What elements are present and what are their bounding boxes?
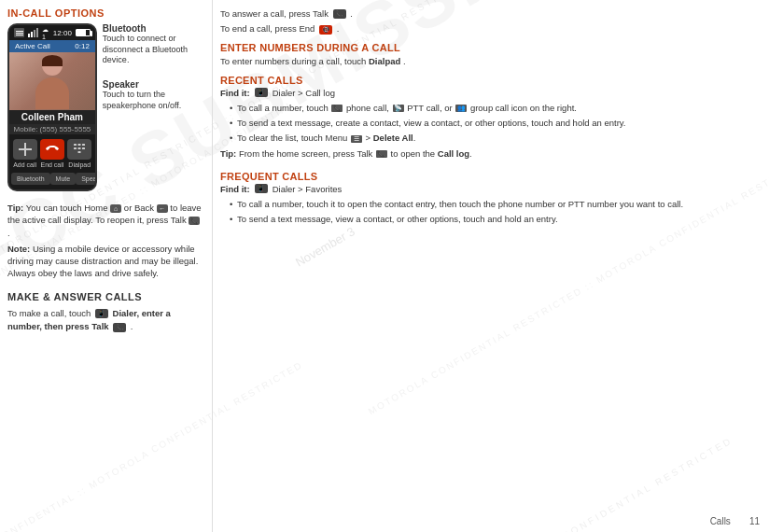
bluetooth-button[interactable]: Bluetooth [11, 173, 50, 185]
contact-name: Colleen Pham [9, 110, 95, 124]
phone-status-left: ☁ 1 [14, 26, 53, 40]
contact-head [42, 55, 63, 76]
recent-tip-label: Tip: [220, 148, 236, 159]
frequent-dialer-icon: 📱 [255, 184, 268, 193]
enter-numbers-title: ENTER NUMBERS DURING A CALL [220, 42, 760, 53]
tip-period: . [7, 228, 10, 238]
bluetooth-label-title: Bluetooth [103, 23, 204, 34]
tip-text: Tip: You can touch Home ⌂ or Back ← to l… [7, 202, 204, 239]
speaker-label-title: Speaker [103, 79, 204, 90]
svg-rect-5 [74, 147, 77, 149]
contact-hair [42, 55, 63, 66]
end-call-icon [40, 139, 64, 160]
phone-and-labels: ☁ 1 12:00 Active Call 0:12 [7, 23, 204, 197]
make-call-period: . [131, 321, 133, 331]
accessory-labels: Bluetooth Touch to connect or disconnect… [103, 23, 204, 197]
recent-find-it: Find it: 📱 Dialer > Call log [220, 88, 760, 98]
recent-calls-title: RECENT CALLS [220, 75, 760, 86]
note-content: Using a mobile device or accessory while… [7, 244, 198, 279]
talk-icon-tip: 📞 [189, 217, 200, 225]
phone-signal-number: ☁ 1 [42, 26, 53, 40]
talk-icon-tip2: 📞 [376, 150, 387, 158]
mute-button[interactable]: Mute [50, 173, 77, 185]
frequent-find-label: Find it: [220, 184, 250, 194]
recent-tip: Tip: From the home screen, press Talk 📞 … [220, 147, 760, 160]
contact-body [35, 77, 69, 109]
speaker-label-item: Speaker Touch to turn the speakerphone o… [103, 79, 204, 111]
right-column: To answer a call, press Talk 📞 . To end … [215, 0, 769, 532]
bluetooth-label-desc: Touch to connect or disconnect a Bluetoo… [103, 34, 204, 66]
end-call-button[interactable]: End call [40, 139, 64, 168]
phone-mockup: ☁ 1 12:00 Active Call 0:12 [7, 23, 97, 191]
column-divider [212, 0, 213, 532]
phone-call-duration: 0:12 [75, 42, 90, 50]
enter-numbers-section: ENTER NUMBERS DURING A CALL To enter num… [220, 42, 760, 67]
frequent-calls-bullets: To call a number, touch it to open the c… [220, 198, 760, 226]
frequent-find-text: Dialer > Favorites [273, 184, 343, 194]
bluetooth-label-item: Bluetooth Touch to connect or disconnect… [103, 23, 204, 66]
recent-bullet-3: To clear the list, touch Menu ☰ > Delete… [230, 132, 760, 144]
make-call-text1: To make a call, touch [7, 308, 91, 318]
speaker-button[interactable]: Speaker [76, 173, 97, 185]
dialpad-bold: Dialpad [369, 56, 400, 66]
signal-bars [28, 28, 38, 37]
recent-calls-bullets: To call a number, touch 📞 phone call, 📡 … [220, 102, 760, 145]
phone-action-buttons: Add call End call [9, 134, 95, 171]
answer-call-text: To answer a call, press Talk 📞 . [220, 7, 760, 21]
phone-active-call-header: Active Call 0:12 [9, 40, 95, 52]
enter-numbers-body: To enter numbers during a call, touch Di… [220, 55, 760, 67]
end-icon: 📵 [319, 25, 332, 35]
ptt-icon: 📡 [393, 105, 404, 112]
tip-or: or Back [124, 203, 157, 213]
dialpad-icon [67, 139, 91, 160]
svg-rect-3 [78, 144, 81, 146]
phone-call-icon: 📞 [331, 105, 343, 112]
add-call-label: Add call [13, 161, 36, 168]
phone-status-bar: ☁ 1 12:00 [9, 25, 95, 40]
tip-content: You can touch Home [26, 203, 111, 213]
recent-tip-text1: From the home screen, press Talk [239, 148, 375, 159]
phone-bottom-buttons: Bluetooth Mute Speaker [9, 171, 95, 189]
recent-dialer-icon: 📱 [255, 88, 268, 97]
battery-icon [76, 29, 91, 36]
end-period: . [337, 23, 340, 34]
tip-label: Tip: [7, 203, 23, 213]
frequent-calls-title: FREQUENT CALLS [220, 171, 760, 182]
phone-menu-icon [14, 28, 24, 37]
make-answer-section: MAKE & ANSWER CALLS To make a call, touc… [7, 291, 204, 334]
svg-rect-4 [82, 144, 85, 146]
contact-photo [34, 55, 71, 107]
dialpad-button[interactable]: Dialpad [67, 139, 91, 168]
frequent-find-it: Find it: 📱 Dialer > Favorites [220, 184, 760, 194]
add-call-icon [13, 139, 37, 160]
dialer-small-icon: 📱 [95, 309, 108, 318]
recent-tip-text2: to open the Call log. [391, 148, 472, 159]
right-col-intro: To answer a call, press Talk 📞 . To end … [220, 7, 760, 36]
back-icon: ← [157, 204, 168, 213]
end-call-label: End call [40, 161, 63, 168]
answer-text-1: To answer a call, press Talk [220, 8, 329, 19]
add-call-button[interactable]: Add call [13, 139, 37, 168]
recent-bullet-2: To send a text message, create a contact… [230, 117, 760, 129]
recent-calls-section: RECENT CALLS Find it: 📱 Dialer > Call lo… [220, 75, 760, 160]
enter-numbers-period: . [403, 56, 406, 66]
answer-period: . [350, 8, 353, 19]
recent-bullet-1: To call a number, touch 📞 phone call, 📡 … [230, 102, 760, 114]
frequent-calls-section: FREQUENT CALLS Find it: 📱 Dialer > Favor… [220, 171, 760, 229]
svg-rect-6 [78, 147, 81, 149]
note-text: Note: Using a mobile device or accessory… [7, 243, 204, 280]
phone-photo-area [9, 52, 95, 110]
dialpad-label: Dialpad [68, 161, 91, 168]
frequent-bullet-1: To call a number, touch it to open the c… [230, 198, 760, 210]
end-text-1: To end a call, press End [220, 23, 315, 34]
svg-rect-7 [82, 147, 85, 149]
make-answer-title: MAKE & ANSWER CALLS [7, 291, 204, 302]
make-answer-body: To make a call, touch 📱 Dialer, enter a … [7, 307, 204, 334]
svg-rect-2 [74, 144, 77, 146]
left-column: IN-CALL OPTIONS [0, 0, 210, 532]
svg-rect-1 [24, 143, 26, 156]
phone-active-call-label: Active Call [15, 42, 50, 50]
frequent-bullet-2: To send a text message, view a contact, … [230, 213, 760, 225]
talk-icon-make: 📞 [113, 323, 126, 332]
find-it-label: Find it: [220, 88, 250, 98]
